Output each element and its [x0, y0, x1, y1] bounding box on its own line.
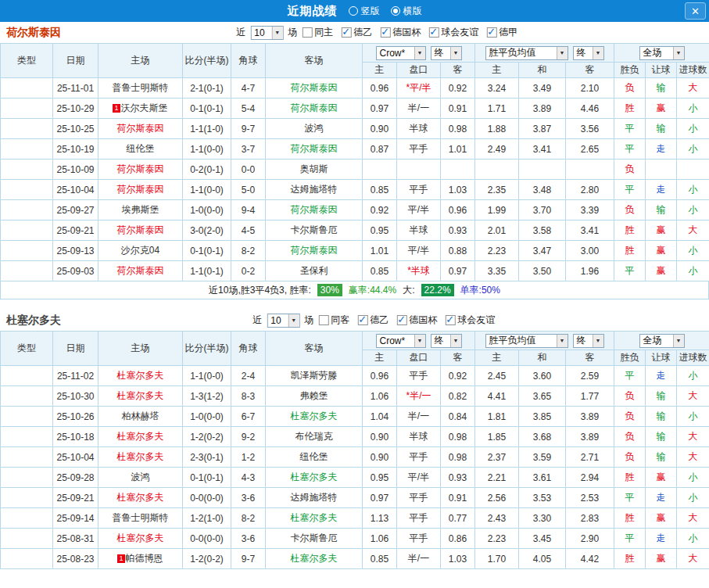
handicap-line: 半/一	[397, 549, 441, 569]
away-team: 杜塞尔多夫	[266, 468, 363, 488]
match-row: 德乙25-10-19纽伦堡1-1(0-0)3-7荷尔斯泰因0.87平手1.012…	[1, 139, 709, 160]
scope-select[interactable]: 全场 ▼	[639, 46, 685, 60]
handicap-line	[397, 160, 441, 180]
avg-odds-select[interactable]: 胜平负均值 ▼	[485, 334, 568, 348]
bookmaker-select-value: Crow*	[380, 335, 406, 346]
filter-checkbox[interactable]: 德国杯	[396, 314, 437, 327]
match-type: 德乙	[1, 139, 53, 160]
home-team: 荷尔斯泰因	[98, 119, 183, 139]
home-team: 普鲁士明斯特	[98, 78, 183, 99]
filter-checkbox[interactable]: 德国杯	[380, 26, 421, 39]
avg-odds-select[interactable]: 胜平负均值 ▼	[485, 46, 568, 60]
match-type: 德乙	[1, 407, 53, 427]
goals-result: 小	[677, 261, 709, 281]
home-odds	[363, 160, 397, 180]
filter-checkbox[interactable]: 德乙	[357, 314, 389, 327]
corners: 5-0	[231, 180, 266, 200]
home-team: 荷尔斯泰因	[98, 180, 183, 200]
filter-checkbox[interactable]: 德乙	[341, 26, 372, 39]
score: 1-2(0-2)	[183, 549, 231, 569]
handicap-result: 输	[646, 427, 677, 447]
col-home: 主场	[98, 332, 183, 366]
avg-stage-select[interactable]: 终 ▼	[573, 334, 604, 348]
avg-away-odds: 3.00	[566, 241, 614, 261]
vertical-layout-radio[interactable]: 竖版	[349, 5, 380, 18]
handicap-line: 平/半	[397, 241, 441, 261]
away-odds: 1.01	[441, 139, 475, 160]
score: 1-2(1-0)	[183, 508, 231, 529]
close-button[interactable]: ✕	[685, 2, 706, 20]
match-count-value: 10	[254, 27, 264, 38]
filter-checkbox[interactable]: 同客	[318, 314, 349, 327]
match-row: 德国杯25-10-30杜塞尔多夫1-3(1-2)8-3弗赖堡1.06*半/一0.…	[1, 386, 709, 407]
away-team: 荷尔斯泰因	[266, 200, 363, 220]
home-team: 沙尔克04	[98, 241, 183, 261]
odds-stage-select[interactable]: 终 ▼	[431, 334, 462, 348]
avg-draw-odds: 3.30	[519, 508, 566, 529]
avg-away-odds: 2.10	[566, 78, 614, 99]
home-odds: 0.87	[363, 139, 397, 160]
score: 1-0(0-0)	[183, 200, 231, 220]
filter-checkbox[interactable]: 球会友谊	[428, 26, 478, 39]
filter-checkbox[interactable]: 球会友谊	[445, 314, 495, 327]
corners: 3-6	[231, 529, 266, 549]
checkbox-checked-icon	[428, 27, 439, 38]
handicap-line: 平/半	[397, 468, 441, 488]
corners: 8-2	[231, 241, 266, 261]
odds-stage-select[interactable]: 终 ▼	[431, 46, 462, 60]
avg-away-odds: 2.71	[566, 447, 614, 468]
match-count-select[interactable]: 10 ▼	[267, 314, 299, 328]
col-corner: 角球	[231, 44, 266, 78]
away-odds: 1.03	[441, 180, 475, 200]
checkbox-label: 德甲	[499, 26, 517, 39]
avg-away-odds: 4.42	[566, 549, 614, 569]
away-team: 荷尔斯泰因	[266, 139, 363, 160]
avg-away-odds: 2.59	[566, 366, 614, 386]
match-row: 德乙25-09-21荷尔斯泰因3-0(2-0)4-5卡尔斯鲁厄0.95半球0.9…	[1, 220, 709, 241]
goals-result: 小	[677, 488, 709, 508]
horizontal-layout-radio[interactable]: 横版	[391, 5, 422, 18]
handicap-result: 赢	[646, 220, 677, 241]
handicap-result: 输	[646, 200, 677, 220]
bookmaker-select[interactable]: Crow* ▼	[376, 46, 426, 60]
team-name: 荷尔斯泰因	[6, 26, 61, 40]
col-avg-draw: 和	[519, 350, 566, 366]
match-row: 德乙25-11-02杜塞尔多夫1-1(0-0)2-4凯泽斯劳滕0.96平手0.9…	[1, 366, 709, 386]
avg-draw-odds: 4.05	[519, 549, 566, 569]
avg-draw-odds: 3.48	[519, 180, 566, 200]
filter-checkbox[interactable]: 同主	[302, 26, 333, 39]
checkbox-label: 德乙	[370, 314, 389, 327]
result: 胜	[614, 241, 646, 261]
filter-checkbox[interactable]: 德甲	[486, 26, 517, 39]
col-handicap: 盘口	[397, 63, 441, 78]
scope-select[interactable]: 全场 ▼	[639, 334, 685, 348]
goals-result: 大	[677, 78, 709, 99]
corners: 9-7	[231, 119, 266, 139]
score: 0-0(0-0)	[183, 529, 231, 549]
home-odds: 1.06	[363, 386, 397, 407]
away-team: 杜塞尔多夫	[266, 549, 363, 569]
horizontal-layout-label: 横版	[403, 5, 422, 18]
away-odds: 0.93	[441, 220, 475, 241]
match-type: 德乙	[1, 366, 53, 386]
avg-stage-select[interactable]: 终 ▼	[573, 46, 604, 60]
handicap-line: 半球	[397, 119, 441, 139]
match-date: 25-11-01	[53, 78, 98, 99]
match-date: 25-10-30	[53, 386, 98, 407]
bookmaker-select[interactable]: Crow* ▼	[376, 334, 426, 348]
goals-result: 大	[677, 447, 709, 468]
match-date: 25-10-29	[53, 99, 98, 119]
avg-home-odds	[475, 160, 519, 180]
goals-result: 大	[677, 549, 709, 569]
home-team: 纽伦堡	[98, 139, 183, 160]
match-row: 德乙25-10-18杜塞尔多夫1-2(0-2)9-2布伦瑞克0.90半球0.98…	[1, 427, 709, 447]
match-row: 德乙25-10-26柏林赫塔1-0(0-0)6-7杜塞尔多夫1.04半/一0.8…	[1, 407, 709, 427]
chevron-down-icon: ▼	[450, 47, 461, 59]
match-count-select[interactable]: 10 ▼	[250, 26, 283, 40]
match-type: 德乙	[1, 241, 53, 261]
away-odds: 0.77	[441, 508, 475, 529]
home-odds: 1.04	[363, 407, 397, 427]
league-filter-checkboxes: 同主德乙德国杯球会友谊德甲	[302, 26, 517, 39]
handicap-result: 赢	[646, 261, 677, 281]
home-odds: 0.97	[363, 488, 397, 508]
